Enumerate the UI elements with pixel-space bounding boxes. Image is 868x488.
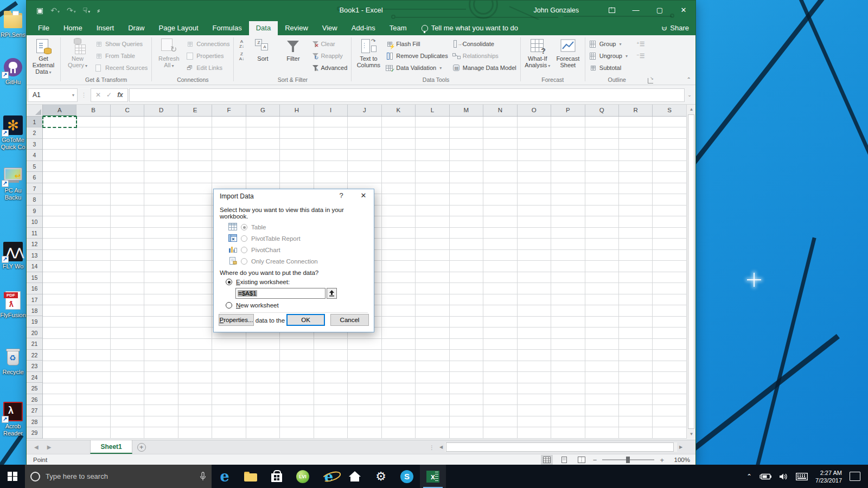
forecast-sheet-button[interactable]: ForecastSheet (553, 37, 583, 68)
desktop-icon-recycle-bin[interactable]: ♻ Recycle (0, 347, 26, 376)
new-sheet-button[interactable]: + (132, 440, 151, 454)
horizontal-scroll-thumb[interactable] (446, 442, 674, 452)
row-header-24[interactable]: 24 (27, 372, 42, 383)
column-header-K[interactable]: K (382, 105, 416, 116)
row-header-11[interactable]: 11 (27, 228, 42, 239)
start-button[interactable] (0, 465, 25, 488)
taskbar-internet-explorer-icon[interactable]: e (316, 465, 342, 488)
column-header-G[interactable]: G (246, 105, 280, 116)
show-queries-button[interactable]: Show Queries (93, 38, 149, 49)
minimize-button[interactable]: — (624, 1, 648, 20)
cancel-entry-icon[interactable]: ✕ (95, 91, 101, 99)
column-header-S[interactable]: S (653, 105, 686, 116)
row-header-8[interactable]: 8 (27, 194, 42, 205)
what-if-analysis-button[interactable]: ? What-IfAnalysis▾ (523, 37, 552, 68)
row-header-19[interactable]: 19 (27, 316, 42, 327)
vertical-scrollbar[interactable]: ▲ ▼ (686, 105, 695, 439)
ribbon-display-options-button[interactable] (600, 1, 624, 20)
sheet-tab-sheet1[interactable]: Sheet1 (90, 440, 132, 454)
cell-reference-input[interactable]: =$A$1 (235, 288, 326, 299)
formula-input[interactable] (129, 88, 685, 102)
option-pivotchart[interactable]: PivotChart (228, 246, 368, 254)
tab-view[interactable]: View (315, 21, 344, 35)
subtotal-button[interactable]: Subtotal (588, 62, 629, 73)
sort-descending-button[interactable]: ZA↓ (236, 52, 247, 62)
row-header-22[interactable]: 22 (27, 350, 42, 361)
normal-view-button[interactable] (541, 455, 553, 465)
tab-team[interactable]: Team (382, 21, 414, 35)
reapply-filter-button[interactable]: ↻Reapply (309, 50, 349, 61)
row-header-1[interactable]: 1 (27, 117, 42, 127)
properties-dialog-button[interactable]: Properties... (219, 314, 254, 326)
page-layout-view-button[interactable] (558, 455, 570, 465)
advanced-filter-button[interactable]: ✎Advanced (309, 62, 349, 73)
zoom-slider-thumb[interactable] (626, 457, 630, 463)
data-validation-button[interactable]: ✓Data Validation▾ (384, 62, 449, 73)
page-break-preview-button[interactable] (576, 455, 588, 465)
undo-icon[interactable]: ↶▾ (50, 6, 60, 15)
column-header-A[interactable]: A (43, 105, 76, 116)
taskbar-lvi-app-icon[interactable]: LVI (290, 465, 316, 488)
row-header-21[interactable]: 21 (27, 338, 42, 349)
desktop-icon-github[interactable]: GitHu (0, 57, 26, 86)
tray-chevron-icon[interactable]: ⌃ (746, 473, 752, 480)
manage-data-model-button[interactable]: ▤Manage Data Model (451, 62, 518, 73)
pivotchart-radio[interactable] (241, 247, 247, 253)
scroll-right-icon[interactable]: ▶ (677, 442, 685, 452)
table-radio[interactable] (241, 224, 247, 230)
zoom-in-icon[interactable]: + (660, 456, 664, 464)
titlebar[interactable]: ▣ ↶▾ ↷▾ ☟▾ ⸗ Book1 - Excel John Gonzales… (27, 1, 695, 20)
consolidate-button[interactable]: →▫Consolidate (451, 38, 518, 49)
select-all-corner[interactable] (27, 105, 43, 117)
taskbar-search[interactable]: Type here to search (25, 465, 212, 488)
column-header-J[interactable]: J (348, 105, 381, 116)
column-header-F[interactable]: F (212, 105, 246, 116)
volume-icon[interactable] (779, 473, 788, 480)
zoom-out-icon[interactable]: − (593, 456, 597, 464)
taskbar-clock[interactable]: 2:27 AM 7/23/2017 (815, 469, 842, 484)
scroll-left-icon[interactable]: ◀ (437, 442, 445, 452)
row-header-14[interactable]: 14 (27, 261, 42, 272)
cancel-button[interactable]: Cancel (330, 314, 369, 326)
tab-home[interactable]: Home (56, 21, 90, 35)
column-header-B[interactable]: B (76, 105, 110, 116)
customize-qat-icon[interactable]: ⸗ (97, 6, 100, 15)
tab-insert[interactable]: Insert (90, 21, 122, 35)
row-header-6[interactable]: 6 (27, 172, 42, 183)
hide-detail-button[interactable]: ⁻☰ (635, 50, 647, 61)
maximize-button[interactable]: ▢ (648, 1, 672, 20)
tab-file[interactable]: File (31, 21, 56, 35)
properties-button[interactable]: Properties (184, 50, 231, 61)
row-header-2[interactable]: 2 (27, 127, 42, 138)
redo-icon[interactable]: ↷▾ (67, 6, 76, 15)
refresh-all-button[interactable]: ↻ RefreshAll▾ (154, 37, 183, 68)
prev-sheet-icon[interactable]: ◀ (34, 444, 39, 450)
desktop-icon-gotomeeting[interactable]: ✻ GoToMe Quick Co (0, 115, 26, 151)
insert-function-icon[interactable]: fx (117, 91, 123, 99)
row-header-12[interactable]: 12 (27, 239, 42, 249)
zoom-slider[interactable] (602, 459, 654, 460)
battery-icon[interactable] (760, 473, 771, 480)
option-table[interactable]: Table (228, 223, 368, 232)
row-header-16[interactable]: 16 (27, 283, 42, 294)
edit-links-button[interactable]: 🗗Edit Links (184, 62, 231, 73)
tab-draw[interactable]: Draw (121, 21, 151, 35)
collapse-dialog-button[interactable] (327, 288, 337, 299)
selected-cell-a1[interactable] (42, 116, 77, 128)
flash-fill-button[interactable]: ⚡Flash Fill (384, 38, 449, 49)
text-to-columns-button[interactable]: ↷ Text toColumns (354, 37, 383, 68)
dialog-help-button[interactable]: ? (335, 191, 348, 200)
touch-mode-icon[interactable]: ☟▾ (83, 6, 91, 15)
dialog-close-button[interactable]: ✕ (355, 189, 372, 202)
name-box[interactable]: A1 ▾ (28, 88, 78, 102)
horizontal-scrollbar[interactable]: ◀ ▶ (437, 442, 685, 452)
taskbar-home-app-icon[interactable] (342, 465, 368, 488)
column-header-Q[interactable]: Q (585, 105, 619, 116)
next-sheet-icon[interactable]: ▶ (47, 444, 52, 450)
clear-filter-button[interactable]: ✕Clear (309, 38, 349, 49)
action-center-icon[interactable] (850, 472, 860, 481)
row-header-25[interactable]: 25 (27, 383, 42, 394)
row-header-27[interactable]: 27 (27, 405, 42, 416)
column-header-D[interactable]: D (144, 105, 178, 116)
row-header-28[interactable]: 28 (27, 416, 42, 427)
